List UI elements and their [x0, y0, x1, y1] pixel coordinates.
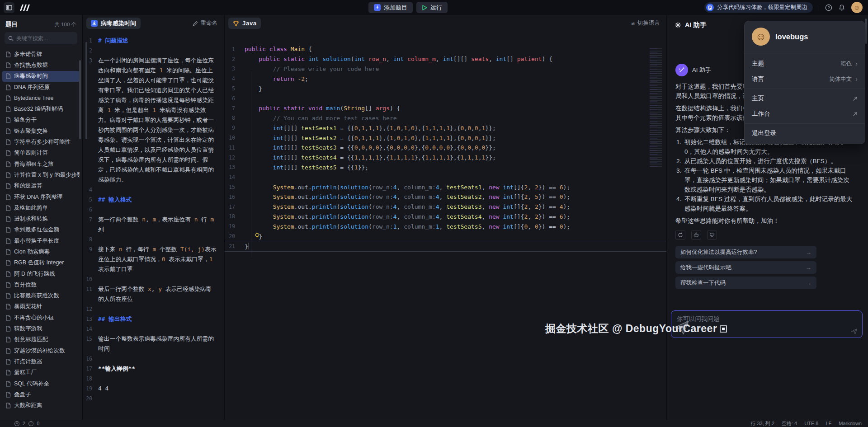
sidebar-scrollbar[interactable] — [79, 60, 81, 139]
sidebar-toggle-button[interactable] — [4, 2, 14, 13]
pencil-icon — [193, 21, 198, 26]
sidebar-item[interactable]: 不再贪心的小包 — [2, 312, 80, 323]
sidebar-item[interactable]: 多米诺骨牌 — [2, 49, 80, 60]
sidebar-item[interactable]: 查找热点数据 — [2, 60, 80, 70]
code-editor[interactable]: 1public class Main {2 public static int … — [225, 32, 666, 251]
warning-count: 0 — [37, 421, 39, 426]
sidebar-item-label: 计算位置 x 到 y 的最少步数 — [14, 171, 80, 179]
sidebar-item[interactable]: DNA 序列还原 — [2, 82, 80, 93]
menu-item-theme[interactable]: 主题 暗色› — [745, 56, 865, 71]
app-logo[interactable] — [19, 4, 31, 12]
sidebar-item[interactable]: 比赛最高获胜次数 — [2, 291, 80, 301]
sidebar-item-label: 和的逆运算 — [14, 182, 42, 190]
sidebar-item-label: 进制求和转换 — [14, 215, 48, 223]
markdown-editor[interactable]: 1# 问题描述23在一个封闭的房间里摆满了座位，每个座位东西向和南北向都有固定 … — [83, 32, 224, 404]
status-segment[interactable]: Markdown — [839, 421, 862, 426]
search-box[interactable] — [5, 32, 77, 44]
ai-suggestion-chip[interactable]: 给我一些代码提示吧→ — [675, 261, 816, 274]
switch-language-button[interactable]: ⇄ 切换语言 — [631, 19, 660, 27]
sidebar-item[interactable]: 阿 D 的飞行路线 — [2, 268, 80, 279]
menu-item-workspace[interactable]: 工作台 — [745, 106, 865, 122]
line-number: 2 — [225, 56, 245, 62]
user-avatar[interactable]: ☺ — [851, 2, 863, 13]
sidebar-item[interactable]: Bytedance Tree — [2, 93, 80, 103]
menu-item-home[interactable]: 主页 — [745, 91, 865, 106]
code-line: 16 System.out.println(solution(row_n:4, … — [225, 192, 666, 202]
code-minimap[interactable] — [650, 48, 662, 167]
sidebar-item[interactable]: 及格如此简单 — [2, 202, 80, 213]
warnings-icon: ! — [28, 421, 33, 426]
document-icon — [5, 73, 11, 79]
document-icon — [5, 128, 11, 134]
ai-suggestion-chip[interactable]: 如何优化算法以提高运行效率?→ — [675, 246, 816, 258]
add-problem-button[interactable]: + 添加题目 — [368, 2, 413, 13]
sidebar-item[interactable]: 蛋糕工厂 — [2, 367, 80, 378]
sidebar-item[interactable]: 大数和距离 — [2, 400, 80, 411]
sidebar-item[interactable]: 进制求和转换 — [2, 213, 80, 224]
sidebar-item[interactable]: 最小替换子串长度 — [2, 235, 80, 246]
status-segment[interactable]: 行 33, 列 2 — [750, 420, 774, 427]
thumbs-down-icon[interactable] — [707, 230, 717, 240]
sidebar-item[interactable]: 创意标题匹配 — [2, 334, 80, 345]
line-number: 4 — [225, 75, 245, 82]
document-icon — [5, 139, 11, 145]
rename-button[interactable]: 重命名 — [193, 19, 218, 27]
menu-item-logout[interactable]: 退出登录 — [745, 126, 865, 141]
line-number: 17 — [83, 364, 98, 374]
sidebar-item-label: 创意标题匹配 — [14, 336, 48, 343]
lightbulb-icon[interactable] — [255, 233, 260, 239]
regenerate-icon[interactable] — [675, 230, 685, 240]
language-tab-java[interactable]: Java — [228, 18, 261, 29]
status-segment[interactable]: UTF-8 — [804, 421, 818, 426]
sidebar-item[interactable]: 打点计数器 — [2, 356, 80, 367]
document-icon — [5, 62, 11, 68]
sidebar-item[interactable]: 叠盘子 — [2, 389, 80, 400]
sidebar-item[interactable]: 猫鱼分干 — [2, 115, 80, 126]
sidebar-item[interactable]: 穿越沙漠的补给次数 — [2, 345, 80, 356]
sidebar-item[interactable]: 暴雨梨花针 — [2, 301, 80, 312]
line-number: 8 — [83, 235, 98, 244]
menu-item-language[interactable]: 语言 简体中文› — [745, 71, 865, 87]
sidebar-item[interactable]: 环状 DNA 序列整理 — [2, 192, 80, 202]
sidebar-item[interactable]: Cion 勒索病毒 — [2, 246, 80, 257]
sidebar-item[interactable]: 和的逆运算 — [2, 181, 80, 192]
document-icon — [5, 150, 11, 156]
sidebar-item[interactable]: 猜数字游戏 — [2, 323, 80, 334]
markdown-line: 9接下来 n 行，每行 m 个整数 T(i, j)表示座位上的人戴口罩情况，0 … — [83, 244, 224, 274]
search-input[interactable] — [16, 35, 71, 42]
menu-divider — [745, 89, 865, 89]
ai-step-item: 3.在每一轮 BFS 中，检查周围未感染人员的情况，如果未戴口罩，直接感染并更新… — [676, 166, 853, 194]
sidebar-item[interactable]: 青海湖租车之旅 — [2, 159, 80, 169]
send-icon[interactable] — [851, 328, 858, 335]
problem-count: 共 100 个 — [54, 21, 76, 28]
sidebar-item[interactable]: 百分位数 — [2, 279, 80, 290]
thumbs-up-icon[interactable] — [691, 230, 701, 240]
sidebar-item[interactable]: 链表聚集交换 — [2, 126, 80, 136]
run-button[interactable]: 运行 — [416, 2, 448, 13]
description-scrollbar[interactable] — [85, 42, 87, 139]
chip-label: 帮我检查一下代码 — [680, 279, 726, 287]
problem-tab[interactable]: 病毒感染时间 — [86, 18, 141, 29]
ai-suggestion-chip[interactable]: 帮我检查一下代码→ — [675, 277, 816, 289]
code-line: 2 public static int solution(int row_n, … — [225, 54, 666, 64]
promo-banner[interactable]: 分享代码练习体验，领限量定制周边 — [704, 2, 813, 13]
markdown-line: 16 — [83, 354, 224, 364]
document-icon — [5, 348, 11, 354]
sidebar-item[interactable]: RGB 色值转 Integer — [2, 258, 80, 268]
problem-sidebar: 题目 共 100 个 多米诺骨牌查找热点数据病毒感染时间DNA 序列还原Byte… — [0, 15, 83, 420]
sidebar-item[interactable]: 简单四则计算 — [2, 148, 80, 159]
document-icon — [5, 271, 11, 277]
sidebar-item[interactable]: Base32 编码和解码 — [2, 103, 80, 114]
sidebar-item[interactable]: 拿到最多红包金额 — [2, 225, 80, 235]
sidebar-item[interactable]: 计算位置 x 到 y 的最少步数 — [2, 169, 80, 180]
sidebar-item[interactable]: SQL 代码补全 — [2, 378, 80, 389]
code-line: 12 int[][] testSeats4 = {{1,1,1,1},{1,1,… — [225, 153, 666, 163]
sidebar-item[interactable]: 病毒感染时间 — [2, 71, 80, 82]
line-number: 15 — [83, 334, 98, 354]
notification-bell-icon[interactable] — [838, 4, 845, 11]
line-number: 5 — [83, 195, 98, 205]
status-segment[interactable]: LF — [826, 421, 831, 426]
help-icon[interactable]: ? — [825, 4, 832, 11]
status-segment[interactable]: 空格: 4 — [782, 420, 797, 427]
sidebar-item[interactable]: 字符串有多少种可能性 — [2, 136, 80, 147]
